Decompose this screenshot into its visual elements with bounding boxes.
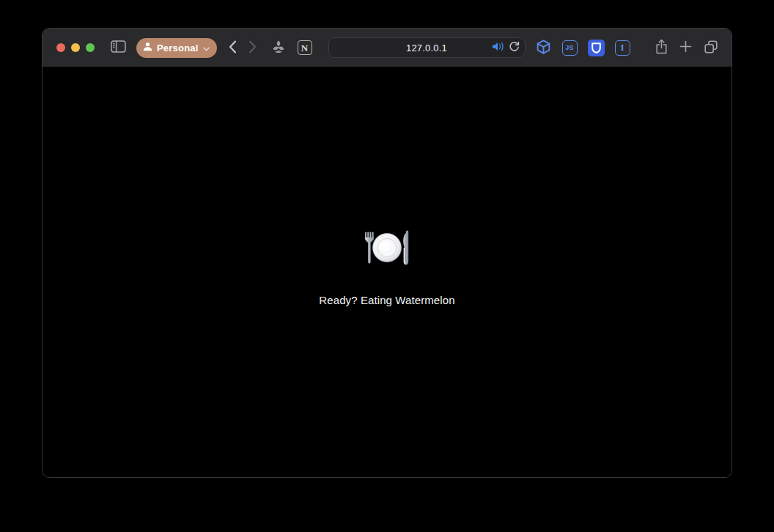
sidebar-toggle-button[interactable] [111,40,126,55]
share-button[interactable] [655,39,668,56]
person-icon [143,42,152,53]
zoom-window-button[interactable] [86,43,95,52]
shield-icon [588,40,605,56]
minimize-window-button[interactable] [71,43,80,52]
forward-button[interactable] [248,40,257,56]
url-bar[interactable]: 127.0.0.1 [328,37,526,58]
cube-extension-button[interactable] [535,38,552,58]
notion-icon: N [298,40,312,55]
notion-extension-button[interactable]: N [298,40,312,55]
browser-toolbar: Personal [43,29,731,67]
chevron-right-icon [248,40,257,56]
tab-overview-icon [704,40,718,56]
page-content: Ready? Eating Watermelon [43,67,731,477]
instapaper-icon: I [615,40,630,56]
new-tab-button[interactable] [679,40,692,55]
js-icon: JS [562,40,578,56]
plus-icon [679,40,692,55]
chevron-left-icon [229,40,237,56]
leaf-extension-button[interactable] [271,40,286,56]
extension-icons-group: JS I [535,38,630,58]
hero-block: Ready? Eating Watermelon [319,229,454,306]
back-button[interactable] [229,40,237,56]
instapaper-extension-button[interactable]: I [615,40,630,56]
bitwarden-extension-button[interactable] [588,40,605,56]
close-window-button[interactable] [56,43,65,52]
share-icon [655,39,668,56]
page-message: Ready? Eating Watermelon [319,294,454,306]
audio-speaker-icon[interactable] [492,41,504,54]
reload-icon[interactable] [509,40,520,55]
profile-label: Personal [157,43,199,53]
browser-window: Personal [42,28,732,478]
traffic-lights [56,43,95,52]
cube-icon [535,38,552,58]
leaf-icon [271,40,286,56]
profile-button[interactable]: Personal [136,38,217,58]
tab-overview-button[interactable] [704,40,718,56]
sidebar-icon [111,40,126,55]
chevron-down-icon [203,43,210,53]
toolbar-right-group [655,39,718,56]
fork-and-knife-with-plate-emoji [363,229,411,270]
js-extension-button[interactable]: JS [562,40,578,56]
url-text: 127.0.0.1 [406,43,447,53]
